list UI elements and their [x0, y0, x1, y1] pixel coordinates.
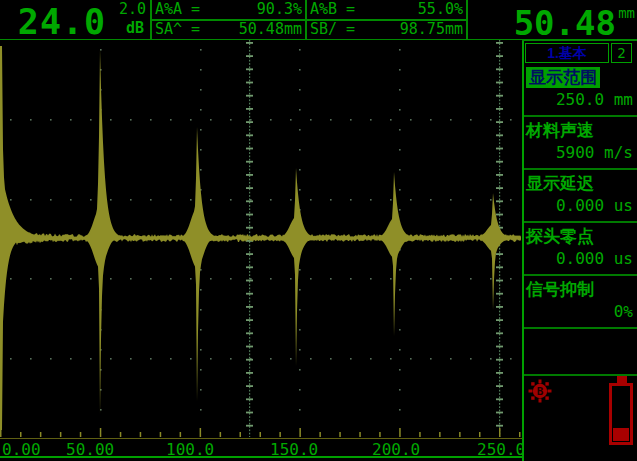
ascan-plot: [0, 40, 522, 437]
primary-distance-unit: mm: [618, 5, 635, 21]
measurement-label: SB/ =: [310, 20, 355, 38]
menu-item-label: 显示范围: [526, 67, 600, 88]
menu-item-label: 材料声速: [526, 120, 594, 141]
flaw-detector-screen: 24.0 2.0 dB A%A = 90.3% A%B = 55.0% SA^ …: [0, 0, 637, 461]
measurement-dist-gate-a: SA^ = 50.48mm: [155, 20, 302, 38]
status-icons-row: B: [524, 376, 637, 447]
menu-item-value: 0%: [524, 300, 637, 324]
menu-item-display-range[interactable]: 显示范围 250.0 mm: [524, 64, 637, 117]
menu-item-value: 250.0 mm: [524, 88, 637, 112]
ascan-waveform: [0, 46, 521, 430]
axis-baseline: [0, 438, 522, 439]
gear-b-icon: B: [528, 379, 552, 403]
sidebar-menu: 1.基本 2 显示范围 250.0 mm 材料声速 5900 m/s 显示延迟 …: [522, 41, 637, 461]
gain-readout: 24.0: [10, 2, 114, 42]
battery-body: [609, 383, 633, 445]
battery-fill-level: [613, 428, 629, 441]
gain-unit-label: dB: [106, 19, 144, 37]
tab-basic[interactable]: 1.基本: [525, 43, 609, 63]
menu-item-material-velocity[interactable]: 材料声速 5900 m/s: [524, 117, 637, 170]
menu-item-value: 5900 m/s: [524, 141, 637, 165]
menu-item-display-delay[interactable]: 显示延迟 0.000 us: [524, 170, 637, 223]
menu-item-value: 0.000 us: [524, 194, 637, 218]
measurement-amp-gate-b: A%B = 55.0%: [310, 0, 463, 18]
header: 24.0 2.0 dB A%A = 90.3% A%B = 55.0% SA^ …: [0, 0, 637, 40]
menu-item-label: 探头零点: [526, 226, 594, 247]
measurement-dist-gate-b: SB/ = 98.75mm: [310, 20, 463, 38]
menu-item-probe-zero[interactable]: 探头零点 0.000 us: [524, 223, 637, 276]
menu-item-value: 0.000 us: [524, 247, 637, 271]
gear-letter: B: [537, 385, 544, 398]
measurement-label: SA^ =: [155, 20, 200, 38]
menu-item-label: 显示延迟: [526, 173, 594, 194]
measurement-value: 90.3%: [257, 0, 302, 18]
tab-page-indicator[interactable]: 2: [611, 43, 632, 63]
menu-spacer: [524, 329, 637, 376]
measurement-amp-gate-a: A%A = 90.3%: [155, 0, 302, 18]
battery-icon: [609, 376, 635, 445]
measurement-value: 55.0%: [418, 0, 463, 18]
measurement-value: 98.75mm: [400, 20, 463, 38]
measurement-value: 50.48mm: [239, 20, 302, 38]
menu-tab-row: 1.基本 2: [524, 42, 637, 64]
waveform-svg: [0, 40, 522, 437]
measurement-label: A%A =: [155, 0, 200, 18]
measurement-label: A%B =: [310, 0, 355, 18]
menu-item-reject[interactable]: 信号抑制 0%: [524, 276, 637, 329]
primary-distance-readout: 50.48: [514, 3, 616, 43]
menu-item-label: 信号抑制: [526, 279, 594, 300]
gain-step-readout: 2.0: [106, 0, 146, 18]
